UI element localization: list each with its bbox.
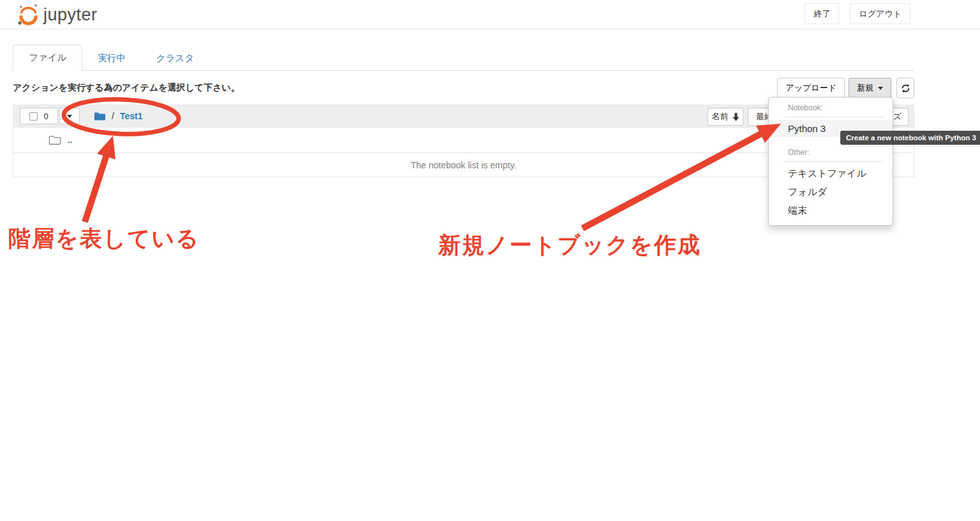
menu-item-terminal[interactable]: 端末 [769, 202, 893, 220]
menu-divider [783, 117, 884, 117]
menu-divider [783, 161, 884, 162]
annotation-label-hierarchy: 階層を表している [8, 224, 200, 254]
tab-files[interactable]: ファイル [13, 45, 82, 71]
jupyter-file-browser: jupyter 終了 ログアウト ファイル 実行中 クラスタ アクションを実行す… [0, 0, 980, 521]
menu-item-text-file[interactable]: テキストファイル [769, 165, 893, 183]
breadcrumb: / Test1 [94, 111, 142, 121]
annotation-label-new-notebook: 新規ノートブックを作成 [438, 230, 701, 260]
caret-down-icon [878, 87, 883, 90]
top-bar: jupyter 終了 ログアウト [0, 0, 980, 29]
folder-icon [94, 112, 106, 121]
folder-outline-icon [48, 135, 61, 145]
parent-directory-link[interactable]: .. [68, 135, 72, 145]
select-filter-dropdown-button[interactable] [59, 108, 80, 124]
tab-clusters[interactable]: クラスタ [141, 46, 209, 71]
jupyter-logo[interactable]: jupyter [17, 3, 98, 27]
new-button[interactable]: 新規 [849, 78, 891, 98]
logout-button[interactable]: ログアウト [850, 3, 910, 24]
menu-header-notebook: Notebook: [769, 101, 893, 114]
quit-button[interactable]: 終了 [805, 3, 839, 24]
breadcrumb-current-folder[interactable]: Test1 [120, 111, 143, 121]
tab-running[interactable]: 実行中 [82, 46, 141, 71]
caret-down-icon [67, 115, 72, 118]
sort-by-name-button[interactable]: 名前 [708, 108, 743, 126]
select-all-checkbox[interactable] [29, 112, 38, 121]
main-tabs: ファイル 実行中 クラスタ [13, 46, 914, 71]
select-all-control[interactable]: 0 [20, 108, 58, 124]
menu-item-folder[interactable]: フォルダ [769, 183, 893, 202]
empty-list-message: The notebook list is empty. [411, 160, 516, 170]
action-buttons: アップロード 新規 [777, 78, 914, 98]
topbar-buttons: 終了 ログアウト [805, 3, 910, 24]
selected-count: 0 [43, 112, 48, 121]
arrow-down-icon [732, 113, 739, 121]
new-button-label: 新規 [857, 82, 873, 94]
action-hint-text: アクションを実行する為のアイテムを選択して下さい。 [13, 82, 240, 94]
sort-name-label: 名前 [712, 111, 729, 122]
refresh-button[interactable] [896, 78, 914, 98]
refresh-icon [901, 84, 910, 93]
menu-header-other: Other: [769, 146, 893, 159]
jupyter-logo-icon [17, 3, 40, 27]
jupyter-logo-text: jupyter [43, 5, 98, 25]
upload-button[interactable]: アップロード [777, 78, 845, 98]
new-dropdown-menu: Notebook: Python 3 Other: テキストファイル フォルダ … [768, 97, 893, 226]
breadcrumb-separator[interactable]: / [112, 111, 114, 121]
python3-tooltip: Create a new notebook with Python 3 [840, 131, 980, 145]
